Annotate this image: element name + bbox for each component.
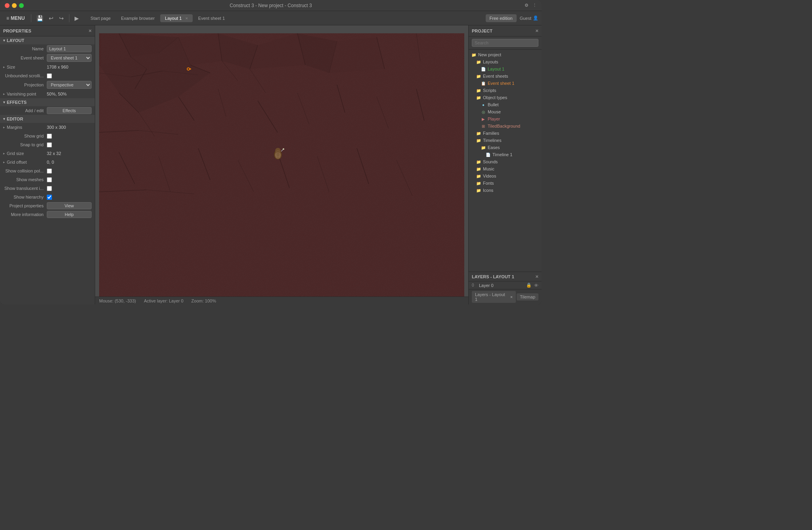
prop-name-input[interactable] <box>47 45 92 52</box>
tree-item[interactable]: 📄Layout 1 <box>469 65 542 73</box>
help-button[interactable]: Help <box>47 211 92 218</box>
project-search-input[interactable] <box>472 39 538 47</box>
layout-section-label: LAYOUT <box>7 38 24 43</box>
more-icon[interactable]: ⋮ <box>532 3 537 8</box>
titlebar-icons: ⚙ ⋮ <box>525 3 537 8</box>
editor-section-header[interactable]: ▾ EDITOR <box>0 115 95 123</box>
tree-item[interactable]: ▶Player <box>469 115 542 122</box>
tree-item-label: Layouts <box>483 59 498 64</box>
prop-size-label: ▸ Size <box>3 65 47 69</box>
folder-icon: 📁 <box>471 52 477 57</box>
play-button[interactable]: ▶ <box>73 14 81 23</box>
prop-translucent-checkbox[interactable] <box>47 186 52 191</box>
tree-item[interactable]: 📁New project <box>469 51 542 58</box>
tree-item-label: Eases <box>488 145 500 150</box>
prop-eventsheet-row: Event sheet Event sheet 1 <box>0 53 95 63</box>
tree-item[interactable]: 📄Timeline 1 <box>469 151 542 158</box>
mouse-position: Mouse: (530, -333) <box>99 298 136 303</box>
tree-item[interactable]: 📁Icons <box>469 187 542 194</box>
maximize-button[interactable] <box>19 3 24 8</box>
tree-item[interactable]: 📁Timelines <box>469 137 542 144</box>
tree-item[interactable]: ●Bullet <box>469 101 542 108</box>
tree-item[interactable]: 📁Layouts <box>469 58 542 65</box>
folder-icon: 📁 <box>476 59 481 65</box>
free-edition-button[interactable]: Free edition <box>486 14 517 22</box>
close-button[interactable] <box>5 3 10 8</box>
tree-item[interactable]: 📁Music <box>469 165 542 172</box>
prop-collision-checkbox[interactable] <box>47 168 52 174</box>
guest-avatar: 👤 <box>533 15 538 21</box>
tree-item-label: Object types <box>483 95 507 100</box>
layers-close[interactable]: × <box>535 274 538 279</box>
prop-showgrid-row: Show grid <box>0 132 95 140</box>
layout-section-arrow: ▾ <box>3 38 5 42</box>
layout-svg <box>99 33 464 297</box>
prop-unbounded-checkbox[interactable] <box>47 73 52 78</box>
toolbar-separator-1 <box>31 14 31 22</box>
tree-item[interactable]: ⊞TiledBackground <box>469 122 542 130</box>
redo-button[interactable]: ↪ <box>57 14 66 23</box>
folder-icon: 📁 <box>476 130 481 136</box>
layout-section-header[interactable]: ▾ LAYOUT <box>0 36 95 44</box>
tab-event-sheet-1[interactable]: Event sheet 1 <box>193 14 230 22</box>
tree-item-label: TiledBackground <box>488 124 520 128</box>
bottom-tabs-area: Layers - Layout 1 × Tilemap <box>469 289 542 304</box>
tree-item-label: Icons <box>483 188 493 193</box>
effects-button[interactable]: Effects <box>47 107 92 114</box>
layer-name: Layer 0 <box>479 283 494 288</box>
app-window: Construct 3 - New project - Construct 3 … <box>0 0 542 304</box>
prop-meshes-row: Show meshes <box>0 175 95 184</box>
editor-section-label: EDITOR <box>7 117 23 121</box>
tilemap-tab[interactable]: Tilemap <box>517 293 538 300</box>
canvas-area[interactable]: Mouse: (530, -333) Active layer: Layer 0… <box>95 25 468 304</box>
undo-button[interactable]: ↩ <box>47 14 56 23</box>
properties-close[interactable]: × <box>88 28 92 34</box>
layer-row[interactable]: 0 Layer 0 🔒 👁 <box>469 281 542 289</box>
effects-section-header[interactable]: ▾ EFFECTS <box>0 98 95 106</box>
tree-item[interactable]: 📁Event sheets <box>469 73 542 80</box>
properties-title: PROPERTIES <box>3 29 31 33</box>
svg-point-56 <box>187 68 190 70</box>
tree-item[interactable]: 📁Eases <box>469 144 542 151</box>
tree-item[interactable]: 📁Fonts <box>469 180 542 187</box>
effects-section-arrow: ▾ <box>3 100 5 104</box>
view-button[interactable]: View <box>47 202 92 209</box>
tree-item[interactable]: 📁Object types <box>469 94 542 101</box>
tree-item-label: Mouse <box>488 109 501 114</box>
prop-gridsize-row: ▸ Grid size 32 x 32 <box>0 149 95 158</box>
properties-panel-header: PROPERTIES × <box>0 25 95 36</box>
prop-projectprops-label: Project properties <box>3 203 47 208</box>
prop-projection-select[interactable]: Perspective <box>47 81 92 89</box>
tab-example-browser[interactable]: Example browser <box>116 14 159 22</box>
project-close[interactable]: × <box>535 28 538 34</box>
tab-layout-close[interactable]: × <box>185 16 188 21</box>
prop-meshes-checkbox[interactable] <box>47 177 52 182</box>
prop-unbounded-label: Unbounded scrolli... <box>3 73 47 78</box>
guest-button[interactable]: Guest 👤 <box>520 15 538 21</box>
prop-collision-label: Show collision pol... <box>3 168 47 173</box>
tree-item-label: Videos <box>483 174 496 178</box>
prop-eventsheet-select[interactable]: Event sheet 1 <box>47 54 92 62</box>
tree-item[interactable]: 📁Videos <box>469 172 542 180</box>
layers-title: LAYERS - LAYOUT 1 <box>472 274 514 279</box>
save-button[interactable]: 💾 <box>34 14 45 23</box>
prop-snaptogrid-checkbox[interactable] <box>47 142 52 147</box>
menu-button[interactable]: ≡ MENU <box>3 14 28 23</box>
project-title: PROJECT <box>472 29 492 33</box>
tree-item[interactable]: ◎Mouse <box>469 108 542 115</box>
tree-item[interactable]: 📁Scripts <box>469 87 542 94</box>
tree-item[interactable]: 📋Event sheet 1 <box>469 80 542 87</box>
settings-icon[interactable]: ⚙ <box>525 3 529 8</box>
minimize-button[interactable] <box>12 3 17 8</box>
layers-tab-close[interactable]: × <box>510 295 513 299</box>
folder-icon: 📁 <box>476 88 481 93</box>
project-tree: 📁New project📁Layouts📄Layout 1📁Event shee… <box>469 50 542 272</box>
tree-item[interactable]: 📁Families <box>469 130 542 137</box>
layers-tab[interactable]: Layers - Layout 1 × <box>472 291 516 303</box>
prop-hierarchy-checkbox[interactable] <box>47 195 52 200</box>
tab-start-page[interactable]: Start page <box>86 14 115 22</box>
prop-showgrid-checkbox[interactable] <box>47 134 52 139</box>
layout-canvas[interactable] <box>99 33 464 297</box>
tab-layout-1[interactable]: Layout 1 × <box>160 14 193 22</box>
tree-item[interactable]: 📁Sounds <box>469 158 542 165</box>
